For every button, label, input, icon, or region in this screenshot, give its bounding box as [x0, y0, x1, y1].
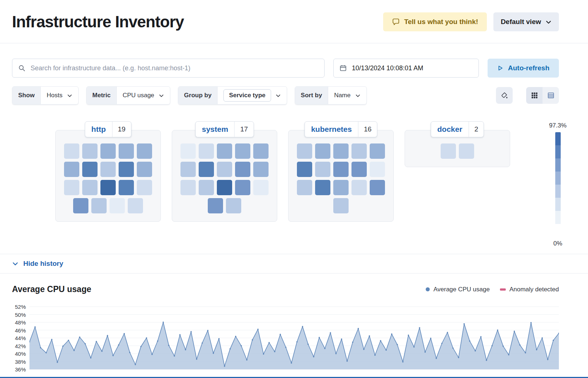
waffle-group: docker2 [405, 121, 510, 167]
host-node[interactable] [235, 162, 250, 177]
host-node[interactable] [64, 162, 79, 177]
host-node[interactable] [208, 198, 223, 213]
chart-legend-item[interactable]: Anomaly detected [500, 286, 559, 293]
host-node[interactable] [199, 180, 214, 195]
host-node[interactable] [91, 198, 107, 213]
host-node[interactable] [199, 162, 214, 177]
host-node[interactable] [217, 162, 232, 177]
show-filter[interactable]: Show Hosts [12, 86, 79, 105]
host-node[interactable] [180, 180, 196, 195]
host-node[interactable] [459, 143, 474, 159]
host-node[interactable] [137, 162, 152, 177]
hide-history-toggle[interactable]: Hide history [0, 254, 588, 273]
group-badge[interactable]: http19 [85, 121, 131, 137]
chart-legend: Average CPU usageAnomaly detected [426, 286, 559, 293]
host-node[interactable] [333, 198, 349, 213]
search-icon [18, 64, 25, 72]
fill-color-icon [501, 92, 508, 99]
host-node[interactable] [333, 143, 349, 159]
header-actions: Tell us what you think! Default view [383, 12, 559, 31]
group-badge[interactable]: kubernetes16 [305, 121, 377, 137]
host-node[interactable] [137, 143, 152, 159]
host-node[interactable] [100, 162, 116, 177]
feedback-label: Tell us what you think! [404, 18, 478, 26]
host-node[interactable] [180, 162, 196, 177]
host-node[interactable] [180, 143, 196, 159]
metric-filter[interactable]: Metric CPU usage [86, 86, 170, 105]
host-node[interactable] [100, 143, 116, 159]
host-node[interactable] [315, 180, 330, 195]
host-node[interactable] [217, 143, 232, 159]
host-node[interactable] [315, 162, 330, 177]
host-node[interactable] [370, 143, 385, 159]
group-count: 16 [358, 122, 377, 137]
host-node[interactable] [64, 180, 79, 195]
host-node[interactable] [441, 143, 456, 159]
host-node[interactable] [82, 143, 98, 159]
host-node[interactable] [370, 180, 385, 195]
group-by-filter-value[interactable]: Service type [223, 89, 271, 102]
host-node[interactable] [235, 143, 250, 159]
host-node[interactable] [370, 162, 385, 177]
host-node[interactable] [315, 143, 330, 159]
host-node[interactable] [199, 143, 214, 159]
metric-filter-label: Metric [87, 87, 117, 104]
fill-color-button[interactable] [496, 87, 513, 104]
table-view-icon [547, 92, 555, 99]
host-node[interactable] [64, 143, 79, 159]
host-node[interactable] [297, 162, 312, 177]
group-name: docker [431, 122, 469, 137]
host-node[interactable] [235, 180, 250, 195]
host-node[interactable] [100, 180, 116, 195]
chart-legend-item[interactable]: Average CPU usage [426, 286, 490, 293]
host-node[interactable] [110, 198, 125, 213]
search-input[interactable] [31, 64, 318, 72]
feedback-button[interactable]: Tell us what you think! [383, 12, 487, 31]
host-node[interactable] [253, 162, 269, 177]
host-node[interactable] [82, 180, 98, 195]
host-node[interactable] [226, 198, 241, 213]
host-node[interactable] [253, 180, 269, 195]
waffle-color-legend: 97.3% 0% [542, 121, 573, 247]
y-axis-labels: 52%50%48%46%44%42%40%38%36% [12, 303, 29, 372]
host-node[interactable] [351, 180, 367, 195]
sort-by-filter[interactable]: Sort by Name [295, 86, 367, 105]
host-node[interactable] [73, 198, 88, 213]
chevron-down-icon [275, 93, 281, 98]
host-node[interactable] [333, 162, 349, 177]
group-badge[interactable]: system17 [195, 121, 254, 137]
date-picker-value: 10/13/2024 10:08:01 AM [352, 64, 423, 72]
chevron-down-icon [355, 93, 361, 98]
group-badge[interactable]: docker2 [431, 121, 484, 137]
group-by-filter[interactable]: Group by Service type [178, 86, 287, 105]
host-node[interactable] [82, 162, 98, 177]
chevron-down-icon [159, 93, 164, 98]
host-node[interactable] [217, 180, 232, 195]
table-view-button[interactable] [543, 87, 559, 104]
group-card [172, 130, 277, 222]
host-node[interactable] [351, 143, 367, 159]
grid-view-icon [531, 92, 538, 99]
host-node[interactable] [128, 198, 143, 213]
host-node[interactable] [297, 180, 312, 195]
legend-dot-icon [426, 287, 430, 291]
metric-filter-value: CPU usage [123, 92, 154, 99]
view-selector-button[interactable]: Default view [493, 12, 559, 31]
host-node[interactable] [119, 180, 134, 195]
chart-plot-area[interactable] [29, 303, 559, 372]
host-node[interactable] [119, 143, 134, 159]
hide-history-label: Hide history [23, 260, 63, 268]
chevron-down-icon [12, 260, 19, 267]
auto-refresh-button[interactable]: Auto-refresh [488, 59, 559, 78]
host-node[interactable] [119, 162, 134, 177]
waffle-group: system17 [172, 121, 277, 222]
grid-view-button[interactable] [526, 87, 543, 104]
legend-label: Average CPU usage [433, 286, 490, 293]
host-node[interactable] [333, 180, 349, 195]
filters-row: Show Hosts Metric CPU usage Group by Ser… [12, 86, 559, 105]
host-node[interactable] [253, 143, 269, 159]
host-node[interactable] [137, 180, 152, 195]
date-picker-button[interactable]: 10/13/2024 10:08:01 AM [333, 59, 479, 78]
host-node[interactable] [351, 162, 367, 177]
host-node[interactable] [297, 143, 312, 159]
